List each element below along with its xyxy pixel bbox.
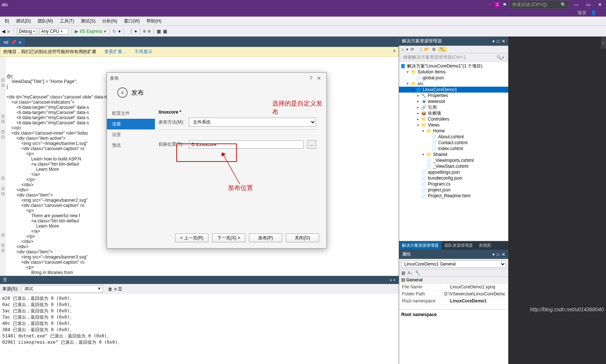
dismiss-link[interactable]: 不再显示	[135, 49, 152, 55]
tree-node[interactable]: ▸🔧Properties	[399, 93, 508, 98]
nav-back-icon[interactable]: ◀	[2, 29, 5, 34]
menu-item[interactable]: 帮助(H)	[143, 17, 165, 25]
uncomment-icon[interactable]: ▦	[163, 29, 167, 34]
tree-node[interactable]: 📄project.json	[399, 187, 508, 193]
home-icon[interactable]: ⌂	[401, 47, 404, 52]
tree-node[interactable]: 📄Index.cshtml	[399, 146, 508, 152]
tree-node[interactable]: ▸📁Controllers	[399, 116, 508, 122]
list-icon[interactable]: ☰	[118, 287, 122, 292]
property-category[interactable]: ⊟ General	[399, 277, 508, 284]
dialog-step[interactable]: 设置	[107, 129, 155, 140]
minimize-button[interactable]: —	[572, 2, 581, 7]
platform-dropdown[interactable]: Any CPU▾	[39, 28, 69, 35]
infobar-close-icon[interactable]: ✕	[392, 48, 396, 53]
toolbox-icon[interactable]: 📑	[127, 29, 132, 34]
tree-node[interactable]: ▾📁src	[399, 81, 508, 87]
menu-item[interactable]: 团队(M)	[35, 17, 56, 25]
pin-icon[interactable]: ▾	[492, 39, 495, 44]
panel-close-icon[interactable]: ✕	[502, 39, 505, 44]
tree-node[interactable]: 📄bundleconfig.json	[399, 175, 508, 181]
menu-item[interactable]: 测试(S)	[78, 17, 98, 25]
solution-toolbar: ⌂ ▾ ⟳📑📂⚙ 🔧	[399, 46, 508, 53]
tree-node[interactable]: 📄Program.cs	[399, 181, 508, 187]
wrench-icon[interactable]: 🔧	[438, 47, 447, 52]
wrench-icon[interactable]: 🔧	[415, 270, 420, 275]
tree-node[interactable]: ▾📁Home	[399, 128, 508, 134]
notification-badge[interactable]: 2	[495, 2, 500, 7]
subtab[interactable]: 解决方案资源管理器	[399, 241, 441, 250]
view-extensions-link[interactable]: 查看扩展…	[104, 49, 127, 55]
property-row[interactable]: Root namespaceLinuxCoreDemo1	[399, 298, 508, 305]
tree-node[interactable]: ▸⊕wwwroot	[399, 98, 508, 104]
tree-node[interactable]: 📄Contact.cshtml	[399, 140, 508, 146]
output-source-dropdown[interactable]: 调试▾	[22, 285, 103, 293]
property-row[interactable]: Folder PathD:\VSexercise\LinuxCoreDemc	[399, 291, 508, 298]
dialog-button[interactable]: 下一页(X) >	[212, 233, 245, 242]
dialog-step[interactable]: 配置文件	[107, 108, 155, 119]
login-button[interactable]: 登录	[575, 9, 589, 17]
dialog-button[interactable]: < 上一页(R)	[175, 233, 208, 242]
solution-tree[interactable]: 📘解决方案"LinuxCoreDemo1"(1 个项目)▾📁Solution I…	[399, 62, 508, 241]
properties-grid[interactable]: ⊟ GeneralFile NameLinuxCoreDemo1.xprojFo…	[399, 277, 508, 310]
menu-item[interactable]: B)	[2, 18, 12, 24]
indent-icon[interactable]: ≡	[143, 29, 146, 34]
property-row[interactable]: File NameLinuxCoreDemo1.xproj	[399, 284, 508, 291]
pin-icon[interactable]: 📌	[11, 40, 16, 45]
quick-launch-input[interactable]: 快速启动 (Ctrl+Q) 🔍	[510, 0, 569, 9]
categorize-icon[interactable]: ▦	[401, 270, 405, 275]
tree-node[interactable]: 📄About.cshtml	[399, 134, 508, 140]
properties-object-dropdown[interactable]: LinuxCoreDemo1 General	[399, 259, 508, 270]
avatar-icon[interactable]: 👤	[589, 9, 599, 17]
publish-method-dropdown[interactable]: 文件系统	[189, 118, 316, 126]
comment-icon[interactable]: ▦	[157, 29, 161, 34]
menu-item[interactable]: 调试(D)	[13, 17, 34, 25]
extension-info-bar: 的项目，我们已识别出这些可能对你有用的扩展 查看扩展… 不再显示 ✕	[0, 47, 399, 57]
target-path-input[interactable]	[189, 141, 304, 149]
dialog-button[interactable]: 发布(P)	[249, 233, 282, 242]
feedback-icon[interactable]: ⚑	[503, 2, 507, 7]
tree-node[interactable]: 📄appsettings.json	[399, 169, 508, 175]
subtab[interactable]: 团队资源管理器	[441, 241, 476, 250]
solution-search-input[interactable]: 搜索解决方案资源管理器(Ctrl+;)🔍▾	[401, 53, 507, 62]
maximize-button[interactable]: ▭	[584, 2, 593, 7]
tree-node[interactable]: 📄global.json	[399, 75, 508, 81]
menu-item[interactable]: 窗口(W)	[121, 17, 143, 25]
tree-node[interactable]: ▾📁Shared	[399, 152, 508, 157]
tree-node[interactable]: ▾🌐LinuxCoreDemo1	[399, 87, 508, 93]
browse-button[interactable]: …	[307, 140, 316, 149]
float-icon[interactable]: □	[497, 39, 499, 44]
nav-fwd-icon[interactable]: ▶	[7, 29, 11, 34]
properties-title: 属性 ▾□✕	[399, 250, 508, 259]
outdent-icon[interactable]: ≡	[148, 29, 150, 34]
dialog-titlebar[interactable]: 发布 ? ✕	[107, 73, 326, 84]
wrap-icon[interactable]: ≡	[114, 287, 117, 292]
vertical-tab[interactable]: □	[601, 37, 606, 49]
refresh-icon[interactable]: ↻	[112, 29, 116, 34]
output-text[interactable]: e20 已退出，返回值为 0 (0x0)。 0ac 已退出，返回值为 0 (0x…	[0, 294, 399, 364]
tree-node[interactable]: ▾📁Views	[399, 122, 508, 128]
menu-item[interactable]: 工具(T)	[57, 17, 77, 25]
dialog-button[interactable]: 关闭(O)	[286, 233, 319, 242]
run-button[interactable]: ▶ IIS Express ▾	[75, 29, 106, 34]
tree-node[interactable]: 📄Project_Readme.html	[399, 193, 508, 199]
tree-node[interactable]: ▾📁Solution Items	[399, 69, 508, 75]
notification-icon[interactable]: ▼	[488, 2, 492, 7]
alpha-icon[interactable]: A↓	[408, 270, 413, 275]
clear-icon[interactable]: 🗑	[108, 287, 112, 292]
tree-node[interactable]: ▸🔗引用	[399, 104, 508, 110]
config-dropdown[interactable]: Debug▾	[17, 28, 37, 35]
flag-icon[interactable]: ▾	[406, 47, 408, 52]
tree-node[interactable]: ▸📦依赖项	[399, 110, 508, 116]
solution-root[interactable]: 📘解决方案"LinuxCoreDemo1"(1 个项目)	[399, 63, 508, 69]
dialog-step[interactable]: 连接	[107, 119, 155, 129]
tab-current[interactable]: ml 📌 ✕	[0, 38, 25, 47]
dialog-close-icon[interactable]: ✕	[315, 75, 323, 81]
close-button[interactable]: ✕	[596, 2, 604, 7]
dialog-step[interactable]: 预览	[107, 140, 155, 151]
tree-node[interactable]: 📄_ViewStart.cshtml	[399, 163, 508, 169]
menu-item[interactable]: 分析(N)	[99, 17, 120, 25]
tree-node[interactable]: 📄_ViewImports.cshtml	[399, 157, 508, 163]
tab-close-icon[interactable]: ✕	[18, 41, 21, 45]
dialog-help-icon[interactable]: ?	[307, 75, 315, 81]
subtab[interactable]: 类视图	[476, 241, 494, 250]
